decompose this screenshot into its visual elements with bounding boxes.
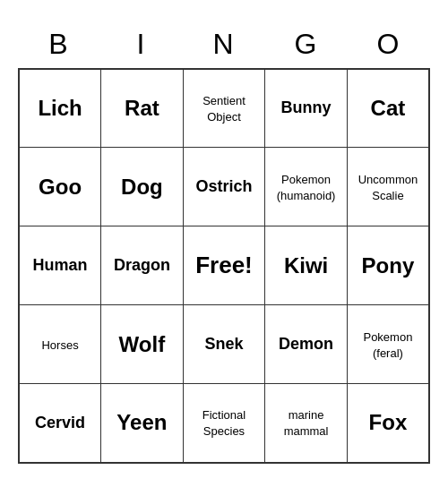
cell-text: Lich (38, 96, 82, 120)
cell-text: Snek (204, 335, 243, 353)
bingo-cell: Dragon (101, 226, 184, 305)
bingo-cell: marine mammal (265, 384, 348, 463)
cell-text: Pokemon (humanoid) (277, 173, 336, 202)
bingo-cell: Lich (19, 69, 101, 148)
bingo-cell: Cervid (19, 384, 101, 463)
bingo-cell: Dog (101, 148, 184, 226)
cell-text: Sentient Object (202, 94, 246, 124)
header-letter: I (100, 24, 183, 64)
cell-text: Fox (369, 410, 408, 434)
bingo-cell: Human (19, 226, 101, 305)
cell-text: Yeen (116, 410, 167, 434)
bingo-grid: LichRatSentient ObjectBunnyCatGooDogOstr… (18, 68, 430, 464)
cell-text: Free! (195, 252, 253, 278)
cell-text: Cervid (35, 414, 85, 431)
cell-text: Pony (362, 253, 415, 278)
table-row: HumanDragonFree!KiwiPony (19, 226, 429, 305)
bingo-cell: Uncommon Scalie (347, 148, 429, 226)
header-letter: O (348, 24, 430, 64)
cell-text: Wolf (119, 332, 166, 356)
cell-text: Goo (39, 175, 82, 199)
cell-text: Dragon (114, 256, 170, 274)
bingo-cell: Wolf (101, 305, 184, 384)
bingo-cell: Ostrich (183, 148, 265, 226)
cell-text: Kiwi (284, 253, 328, 278)
cell-text: marine mammal (284, 408, 329, 438)
bingo-cell: Free! (183, 226, 265, 305)
bingo-cell: Snek (183, 305, 265, 384)
header-letter: B (18, 24, 100, 64)
bingo-cell: Kiwi (265, 226, 348, 305)
bingo-header: BINGO (18, 24, 430, 64)
cell-text: Bunny (281, 98, 332, 116)
bingo-cell: Demon (265, 305, 348, 384)
bingo-cell: Yeen (101, 384, 184, 463)
cell-text: Uncommon Scalie (358, 173, 418, 202)
bingo-card: BINGO LichRatSentient ObjectBunnyCatGooD… (18, 24, 430, 464)
cell-text: Dog (121, 175, 163, 199)
bingo-cell: Bunny (265, 69, 348, 148)
bingo-cell: Fictional Species (183, 384, 265, 463)
cell-text: Ostrich (195, 177, 252, 195)
bingo-cell: Cat (347, 69, 429, 148)
cell-text: Pokemon (feral) (363, 330, 412, 360)
bingo-cell: Goo (19, 148, 101, 226)
header-letter: G (265, 24, 348, 64)
bingo-cell: Fox (347, 384, 429, 463)
bingo-cell: Sentient Object (183, 69, 265, 148)
cell-text: Rat (125, 96, 159, 120)
bingo-cell: Pony (347, 226, 429, 305)
table-row: LichRatSentient ObjectBunnyCat (19, 69, 429, 148)
bingo-cell: Rat (101, 69, 184, 148)
cell-text: Horses (41, 338, 78, 352)
cell-text: Fictional Species (202, 408, 246, 438)
bingo-cell: Pokemon (feral) (347, 305, 429, 384)
table-row: HorsesWolfSnekDemonPokemon (feral) (19, 305, 429, 384)
cell-text: Human (33, 256, 88, 274)
table-row: GooDogOstrichPokemon (humanoid)Uncommon … (19, 148, 429, 226)
header-letter: N (183, 24, 265, 64)
cell-text: Demon (279, 335, 333, 353)
table-row: CervidYeenFictional Speciesmarine mammal… (19, 384, 429, 463)
bingo-cell: Horses (19, 305, 101, 384)
cell-text: Cat (371, 96, 406, 120)
bingo-cell: Pokemon (humanoid) (265, 148, 348, 226)
